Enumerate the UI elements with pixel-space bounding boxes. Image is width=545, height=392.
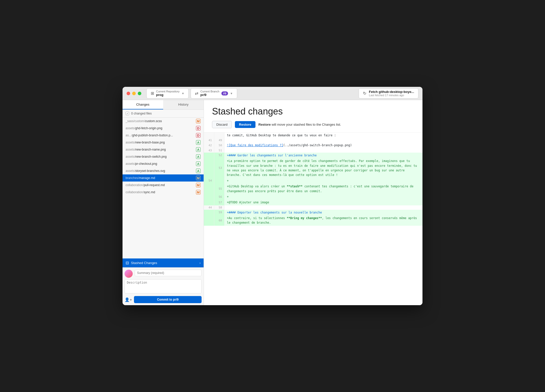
- file-status-badge: M: [196, 190, 201, 194]
- diff-line-content: te commit, GitHub Desktop te demande ce …: [224, 133, 422, 138]
- file-status-badge: A: [196, 147, 201, 152]
- file-item[interactable]: assets/storyset-branches.svg A: [123, 167, 204, 174]
- current-branch-section[interactable]: ⇄ Current Branch pr/9 #9 ▼: [191, 88, 237, 99]
- file-status-badge: A: [196, 169, 201, 173]
- diff-line-content: +La première option te permet de garder …: [224, 158, 422, 178]
- file-item[interactable]: branches/manage.md M: [123, 174, 204, 182]
- file-basename: pull-request.md: [144, 183, 165, 187]
- stashed-title: Stashed changes: [212, 106, 414, 117]
- file-basename: new-branch-switch.png: [135, 155, 166, 158]
- diff-right-num: 59: [214, 210, 224, 215]
- diff-left-num: [204, 194, 214, 200]
- main-content: Changes History ✓ 0 changed files _sass/…: [123, 100, 422, 305]
- file-status-badge: D: [196, 133, 201, 138]
- branch-info: Current Branch pr/9: [200, 90, 219, 97]
- file-name: assets/new-branch-base.png: [126, 141, 194, 144]
- diff-line-content: [224, 148, 422, 153]
- diff-row: 52 +#### Garder les changements sur l'an…: [204, 153, 422, 158]
- diff-row: 56 +: [204, 194, 422, 200]
- diff-left-num: [204, 153, 214, 158]
- file-name: branches/manage.md: [126, 176, 194, 180]
- repo-chevron-icon: ▼: [181, 92, 184, 95]
- file-name: collaboration/sync.md: [126, 190, 194, 194]
- fullscreen-button[interactable]: [138, 92, 141, 95]
- diff-right-num: 58: [214, 205, 224, 210]
- pr-badge: #9: [221, 91, 228, 95]
- branch-label: Current Branch: [200, 90, 219, 93]
- repo-info: Current Repository prog: [156, 90, 179, 97]
- restore-button[interactable]: Restore: [235, 121, 255, 128]
- diff-left-num: [204, 200, 214, 205]
- select-all-checkbox[interactable]: ✓: [126, 112, 129, 115]
- minimize-button[interactable]: [132, 92, 136, 95]
- diff-line-content: [224, 138, 422, 142]
- diff-right-num: 51: [214, 148, 224, 153]
- toolbar: ⊞ Current Repository prog ▼ ⇄ Current Br…: [146, 88, 418, 99]
- tab-changes[interactable]: Changes: [123, 100, 163, 109]
- diff-left-num: [204, 215, 214, 226]
- diff-left-num: [204, 158, 214, 178]
- tab-history[interactable]: History: [163, 100, 204, 109]
- discard-button[interactable]: Discard: [212, 121, 232, 128]
- commit-footer: 👤+ Commit to pr/9: [125, 296, 202, 303]
- commit-area: 👤+ Commit to pr/9: [123, 267, 204, 305]
- file-status-badge: A: [196, 154, 201, 159]
- file-dir: assets/: [126, 141, 135, 144]
- diff-right-num: 53: [214, 158, 224, 178]
- diff-left-num: 42: [204, 142, 214, 148]
- file-item[interactable]: assets/ghd-fetch-origin.png D: [123, 125, 204, 132]
- fetch-info: Fetch github-desktop-boye... Last fetche…: [369, 90, 414, 97]
- close-button[interactable]: [127, 92, 130, 95]
- stashed-actions: Discard Restore Restore will move your s…: [212, 121, 414, 128]
- diff-left-num: [204, 133, 214, 138]
- file-basename: ghd-publish-branch-button.p...: [132, 134, 173, 137]
- diff-left-num: [204, 210, 214, 215]
- fetch-section[interactable]: ↻ Fetch github-desktop-boye... Last fetc…: [359, 88, 418, 99]
- stash-icon: ⊟: [126, 260, 129, 265]
- file-item[interactable]: as.../ghd-publish-branch-button.p... D: [123, 132, 204, 139]
- description-input[interactable]: [125, 279, 202, 293]
- file-list: _sass/custom/custom.scss M assets/ghd-fe…: [123, 118, 204, 258]
- diff-scroll[interactable]: te commit, GitHub Desktop te demande ce …: [204, 133, 422, 305]
- file-dir: assets/: [126, 148, 135, 151]
- file-basename: sync.md: [144, 190, 155, 194]
- file-item[interactable]: assets/new-branch-name.png A: [123, 146, 204, 153]
- diff-row: 60 +Au contraire, si tu sélectionnes **B…: [204, 215, 422, 226]
- file-dir: assets/: [126, 155, 135, 158]
- file-name: assets/storyset-branches.svg: [126, 169, 194, 173]
- file-item[interactable]: assets/new-branch-switch.png A: [123, 153, 204, 160]
- branch-name: pr/9: [200, 93, 219, 97]
- diff-left-num: 43: [204, 148, 214, 153]
- file-item[interactable]: assets/new-branch-base.png A: [123, 139, 204, 146]
- diff-left-num: [204, 184, 214, 194]
- diff-left-num: 54: [204, 178, 214, 184]
- diff-line-content: +#### Emporter les changements sur la no…: [224, 210, 422, 215]
- file-dir: as.../: [126, 134, 132, 137]
- stashed-changes-section[interactable]: ⊟ Stashed Changes ›: [123, 258, 204, 267]
- file-dir: assets/: [126, 162, 135, 166]
- file-item[interactable]: collaboration/sync.md M: [123, 189, 204, 196]
- file-dir: _sass/custom/: [126, 119, 145, 123]
- add-coauthor-icon[interactable]: 👤+: [125, 297, 132, 302]
- file-status-badge: A: [196, 140, 201, 145]
- file-basename: manage.md: [139, 176, 155, 180]
- file-dir: collaboration/: [126, 183, 144, 187]
- file-status-badge: D: [196, 126, 201, 130]
- branch-icon: ⇄: [195, 91, 198, 96]
- commit-button[interactable]: Commit to pr/9: [134, 296, 202, 303]
- diff-left-num: 44: [204, 205, 214, 210]
- summary-input[interactable]: [135, 270, 202, 276]
- commit-inputs: [135, 270, 202, 276]
- file-status-badge: M: [196, 176, 201, 180]
- file-item[interactable]: collaboration/pull-request.md M: [123, 182, 204, 189]
- repo-icon: ⊞: [151, 91, 154, 96]
- file-item[interactable]: assets/pr-checkout.png A: [123, 160, 204, 167]
- file-name: collaboration/pull-request.md: [126, 183, 194, 187]
- fetch-icon: ↻: [363, 91, 366, 96]
- file-basename: custom.scss: [145, 119, 162, 123]
- file-dir: assets/: [126, 126, 135, 130]
- file-status-badge: A: [196, 161, 201, 166]
- file-name: _sass/custom/custom.scss: [126, 119, 194, 123]
- file-item[interactable]: _sass/custom/custom.scss M: [123, 118, 204, 125]
- current-repo-section[interactable]: ⊞ Current Repository prog ▼: [146, 88, 189, 99]
